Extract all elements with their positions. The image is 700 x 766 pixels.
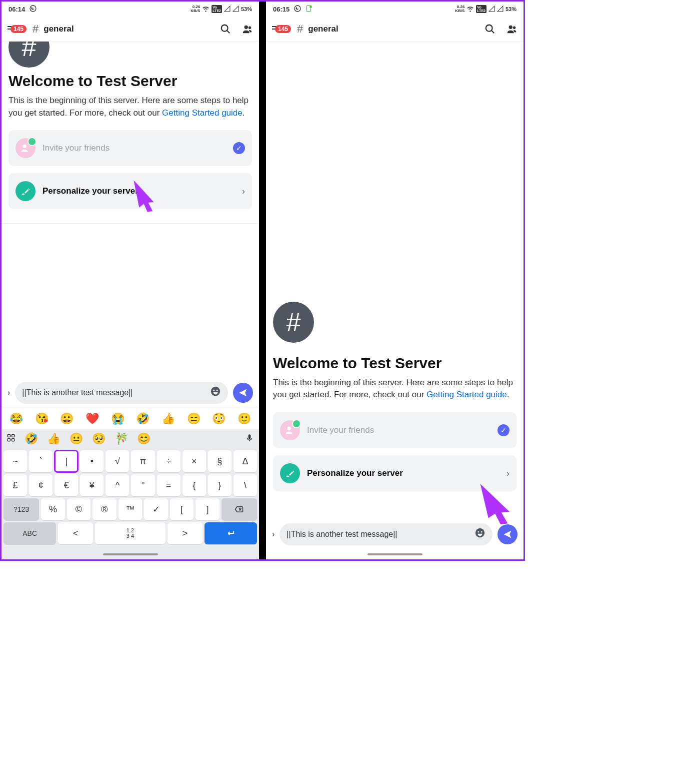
send-button[interactable] <box>498 524 518 544</box>
battery-text: 53% <box>506 6 516 12</box>
key-backtick[interactable]: ` <box>29 450 52 472</box>
key-pipe[interactable]: | <box>54 450 78 472</box>
emoji-sugg[interactable]: 👍 <box>47 432 60 445</box>
hash-icon: # <box>32 23 38 36</box>
emoji-sugg[interactable]: 🎋 <box>114 432 128 445</box>
key-pi[interactable]: π <box>131 450 154 472</box>
key-grid: ~ ` | • √ π ÷ × § Δ £ ¢ € ¥ ^ ° <box>2 448 259 549</box>
emoji-sugg[interactable]: 🥺 <box>92 432 106 445</box>
personalize-card[interactable]: Personalize your server › <box>8 173 252 209</box>
key-enter[interactable] <box>204 522 257 544</box>
svg-point-19 <box>288 427 291 430</box>
emoji-sugg[interactable]: 😐 <box>70 432 83 445</box>
invite-friends-card[interactable]: Invite your friends ✓ <box>8 130 252 166</box>
invite-label: Invite your friends <box>42 143 226 153</box>
personalize-card[interactable]: Personalize your server › <box>273 455 516 491</box>
invite-friends-card[interactable]: Invite your friends ✓ <box>273 412 516 448</box>
menu-button[interactable]: 145 <box>8 22 28 36</box>
emoji-key[interactable]: 😳 <box>212 412 226 425</box>
emoji-key[interactable]: 🤣 <box>136 412 150 425</box>
channel-content: # Welcome to Test Server This is the beg… <box>266 42 524 520</box>
key-abc[interactable]: ABC <box>4 522 56 544</box>
key-gt[interactable]: > <box>168 522 202 544</box>
key-section[interactable]: § <box>208 450 232 472</box>
key-delta[interactable]: Δ <box>234 450 257 472</box>
key-copyright[interactable]: © <box>67 498 91 520</box>
status-time: 06:15 <box>273 6 290 13</box>
key-cent[interactable]: ¢ <box>29 474 52 496</box>
svg-point-16 <box>486 25 492 31</box>
key-tilde[interactable]: ~ <box>4 450 27 472</box>
personalize-label: Personalize your server <box>42 186 235 196</box>
search-icon[interactable] <box>484 24 496 35</box>
message-text: ||This is another test message|| <box>22 388 206 397</box>
svg-point-7 <box>216 390 218 391</box>
key-lbrace[interactable]: { <box>182 474 206 496</box>
svg-rect-12 <box>248 434 251 439</box>
send-button[interactable] <box>233 383 253 403</box>
key-rbracket[interactable]: ] <box>196 498 220 520</box>
getting-started-link[interactable]: Getting Started guide <box>162 108 242 118</box>
key-lt[interactable]: < <box>58 522 93 544</box>
key-pound[interactable]: £ <box>4 474 27 496</box>
svg-rect-10 <box>8 439 10 441</box>
brush-icon <box>16 181 36 201</box>
personalize-label: Personalize your server <box>307 468 500 478</box>
members-icon[interactable] <box>242 24 253 35</box>
message-input[interactable]: ||This is another test message|| <box>280 523 492 545</box>
key-backspace[interactable] <box>222 498 257 520</box>
key-sqrt[interactable]: √ <box>106 450 129 472</box>
message-input[interactable]: ||This is another test message|| <box>15 382 228 404</box>
key-caret[interactable]: ^ <box>106 474 129 496</box>
emoji-key[interactable]: 😂 <box>10 412 23 425</box>
channel-name: general <box>308 24 480 34</box>
key-numbers[interactable]: ?123 <box>4 498 39 520</box>
key-percent[interactable]: % <box>41 498 65 520</box>
emoji-key[interactable]: 😘 <box>35 412 48 425</box>
svg-point-0 <box>30 6 36 12</box>
svg-point-18 <box>513 26 516 29</box>
emoji-sugg[interactable]: 🤣 <box>24 432 38 445</box>
key-backslash[interactable]: \ <box>234 474 257 496</box>
emoji-key[interactable]: 👍 <box>162 412 175 425</box>
emoji-key[interactable]: 🙂 <box>238 412 251 425</box>
key-registered[interactable]: ® <box>92 498 116 520</box>
mic-icon[interactable] <box>245 432 254 445</box>
expand-button[interactable]: › <box>272 530 274 539</box>
status-bar: 06:15 0.26KB/S VoLTE2 53% <box>266 2 524 17</box>
expand-button[interactable]: › <box>8 388 10 397</box>
emoji-key[interactable]: 😀 <box>60 412 74 425</box>
key-tm[interactable]: ™ <box>118 498 142 520</box>
key-bullet[interactable]: • <box>80 450 104 472</box>
svg-point-17 <box>509 25 512 29</box>
emoji-button[interactable] <box>474 527 486 541</box>
search-icon[interactable] <box>220 24 231 35</box>
key-check[interactable]: ✓ <box>144 498 168 520</box>
key-equals[interactable]: = <box>157 474 180 496</box>
emoji-suggestions-row: 😂 😘 😀 ❤️ 😭 🤣 👍 😑 😳 🙂 <box>2 408 259 429</box>
key-lbracket[interactable]: [ <box>170 498 194 520</box>
key-euro[interactable]: € <box>54 474 78 496</box>
emoji-key[interactable]: ❤️ <box>86 412 99 425</box>
signal-icon-2 <box>497 6 504 13</box>
emoji-sugg[interactable]: 😊 <box>137 432 150 445</box>
key-degree[interactable]: ° <box>131 474 154 496</box>
emoji-key[interactable]: 😭 <box>111 412 124 425</box>
emoji-button[interactable] <box>210 386 221 400</box>
key-multiply[interactable]: × <box>182 450 206 472</box>
getting-started-link[interactable]: Getting Started guide <box>426 390 507 399</box>
menu-button[interactable]: 145 <box>272 22 292 36</box>
key-divide[interactable]: ÷ <box>157 450 180 472</box>
wifi-icon <box>202 5 210 14</box>
key-rbrace[interactable]: } <box>208 474 232 496</box>
keyboard-grid-icon[interactable] <box>6 432 16 445</box>
message-text: ||This is another test message|| <box>286 530 470 539</box>
signal-icon-1 <box>488 6 495 13</box>
key-yen[interactable]: ¥ <box>80 474 104 496</box>
members-icon[interactable] <box>506 24 518 35</box>
svg-point-1 <box>222 25 228 31</box>
emoji-key[interactable]: 😑 <box>187 412 200 425</box>
signal-icon-2 <box>232 6 239 13</box>
hash-icon: # <box>297 23 303 36</box>
key-1234[interactable]: 1 2 3 4 <box>95 522 165 544</box>
